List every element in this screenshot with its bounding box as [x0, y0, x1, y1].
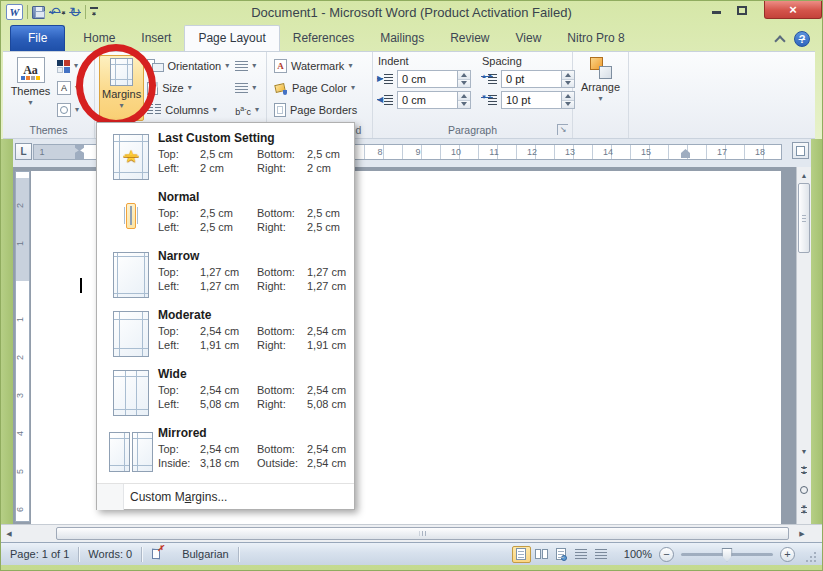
- maximize-button[interactable]: [729, 1, 755, 18]
- paragraph-dialog-launcher-icon[interactable]: ↘: [557, 124, 568, 135]
- zoom-level-indicator[interactable]: 100%: [620, 548, 656, 560]
- margins-dropdown-menu: ★ Last Custom Setting Top:2,5 cmBottom:2…: [96, 122, 355, 510]
- indent-right-icon: ◀: [377, 94, 393, 106]
- page-color-button[interactable]: Page Color ▾: [271, 77, 368, 99]
- scroll-right-button[interactable]: ▶: [795, 525, 809, 542]
- hyphenation-button[interactable]: ba-c ▾: [232, 99, 262, 121]
- zoom-out-button[interactable]: −: [659, 547, 674, 562]
- print-layout-view-button[interactable]: [512, 546, 531, 563]
- language-indicator[interactable]: Bulgarian: [173, 548, 237, 560]
- redo-button[interactable]: ↻: [69, 5, 81, 19]
- zoom-slider[interactable]: [681, 553, 773, 556]
- save-button[interactable]: [32, 6, 45, 19]
- draft-view-icon: [595, 549, 607, 559]
- tab-review[interactable]: Review: [437, 26, 502, 51]
- zoom-slider-thumb[interactable]: [722, 548, 733, 562]
- orientation-button[interactable]: Orientation ▾: [144, 55, 232, 77]
- wide-margins-icon: [113, 370, 149, 416]
- scroll-left-button[interactable]: ◀: [2, 525, 16, 542]
- web-layout-view-button[interactable]: [552, 546, 571, 563]
- spacing-before-field[interactable]: 0 pt: [501, 70, 575, 88]
- select-browse-object-button[interactable]: [797, 483, 811, 497]
- dropdown-arrow-icon: ▾: [28, 99, 32, 107]
- page-borders-icon: [274, 103, 286, 117]
- tab-references[interactable]: References: [280, 26, 367, 51]
- arrange-button[interactable]: Arrange ▾: [577, 55, 624, 121]
- size-button[interactable]: Size ▾: [144, 77, 232, 99]
- page-borders-button[interactable]: Page Borders: [271, 99, 368, 121]
- indent-label: Indent: [378, 55, 471, 67]
- hyphenation-icon: ba-c: [235, 104, 251, 117]
- menu-item-normal[interactable]: Normal Top:2,5 cmBottom:2,5 cm Left:2,5 …: [97, 185, 354, 244]
- line-numbers-icon: [235, 83, 248, 94]
- undo-button[interactable]: ↶▾: [49, 5, 65, 19]
- tab-file[interactable]: File: [10, 25, 65, 51]
- indent-right-field[interactable]: 0 cm: [397, 91, 471, 109]
- indent-right-spinner[interactable]: [457, 92, 470, 108]
- title-bar: W ↶▾ ↻ ▾ Document1 - Microsoft Word (Pro…: [1, 1, 822, 25]
- breaks-button[interactable]: ▾: [232, 55, 262, 77]
- themes-icon: Aa: [17, 57, 45, 83]
- tab-view[interactable]: View: [503, 26, 555, 51]
- spacing-before-icon: ▲▼: [481, 73, 497, 85]
- zoom-in-button[interactable]: +: [780, 547, 795, 562]
- scroll-up-button[interactable]: ▲: [797, 169, 811, 183]
- next-page-button[interactable]: ▼▼: [797, 503, 811, 517]
- tab-stop-selector[interactable]: L: [15, 143, 32, 160]
- minimize-icon: [712, 11, 721, 14]
- resize-grip[interactable]: [806, 552, 816, 562]
- vertical-scrollbar[interactable]: ▲ ▼ ▲▲ ▼▼: [796, 167, 811, 524]
- word-app-icon[interactable]: W: [6, 4, 23, 20]
- tab-nitro-pro[interactable]: Nitro Pro 8: [554, 26, 637, 51]
- view-ruler-toggle-button[interactable]: [792, 142, 809, 159]
- menu-item-wide[interactable]: Wide Top:2,54 cmBottom:2,54 cm Left:5,08…: [97, 362, 354, 421]
- help-button[interactable]: ?: [794, 31, 810, 47]
- custom-margins-item[interactable]: Custom Margins...: [97, 484, 354, 510]
- indent-left-spinner[interactable]: [457, 71, 470, 87]
- full-screen-reading-view-button[interactable]: [532, 546, 551, 563]
- vertical-scrollbar-thumb[interactable]: [798, 183, 810, 253]
- watermark-button[interactable]: A Watermark ▾: [271, 55, 368, 77]
- last-custom-setting-icon: ★: [113, 134, 149, 180]
- tab-mailings[interactable]: Mailings: [367, 26, 437, 51]
- status-bar: Page: 1 of 1 Words: 0 ✗ Bulgarian 100% −…: [1, 542, 822, 565]
- outline-view-button[interactable]: [572, 546, 591, 563]
- watermark-icon: A: [274, 59, 287, 73]
- undo-dropdown-arrow[interactable]: ▾: [62, 9, 66, 16]
- word-count-indicator[interactable]: Words: 0: [79, 548, 141, 560]
- customize-qat-icon: [90, 7, 98, 9]
- window-frame-left: [1, 139, 13, 524]
- horizontal-scrollbar-thumb[interactable]: [56, 527, 789, 540]
- scroll-down-button[interactable]: ▼: [797, 445, 811, 459]
- menu-item-moderate[interactable]: Moderate Top:2,54 cmBottom:2,54 cm Left:…: [97, 303, 354, 362]
- tab-insert[interactable]: Insert: [128, 26, 184, 51]
- tab-page-layout[interactable]: Page Layout: [184, 25, 279, 51]
- minimize-button[interactable]: [703, 1, 729, 18]
- close-button[interactable]: ×: [764, 1, 822, 19]
- page-count-indicator[interactable]: Page: 1 of 1: [1, 548, 78, 560]
- previous-page-button[interactable]: ▲▲: [797, 463, 811, 477]
- themes-button[interactable]: Aa Themes ▾: [7, 55, 54, 121]
- window-title: Document1 - Microsoft Word (Product Acti…: [251, 5, 572, 20]
- horizontal-scrollbar[interactable]: ◀ ▶: [1, 524, 822, 542]
- left-indent-marker[interactable]: [75, 155, 84, 159]
- star-icon: ★: [123, 147, 138, 164]
- arrange-group: Arrange ▾: [573, 52, 629, 138]
- spacing-after-field[interactable]: 10 pt: [501, 91, 575, 109]
- browse-object-icon: [800, 486, 808, 494]
- menu-item-narrow[interactable]: Narrow Top:1,27 cmBottom:1,27 cm Left:1,…: [97, 244, 354, 303]
- theme-effects-icon: [57, 103, 71, 117]
- minimize-ribbon-icon[interactable]: [774, 35, 785, 46]
- customize-qat-button[interactable]: ▾: [90, 7, 98, 17]
- menu-item-last-custom-setting[interactable]: ★ Last Custom Setting Top:2,5 cmBottom:2…: [97, 126, 354, 185]
- indent-left-field[interactable]: 0 cm: [397, 70, 471, 88]
- columns-button[interactable]: Columns ▾: [144, 99, 232, 121]
- draft-view-button[interactable]: [592, 546, 611, 563]
- proofing-status-icon[interactable]: ✗: [152, 548, 169, 560]
- narrow-margins-icon: [113, 252, 149, 298]
- line-numbers-button[interactable]: ▾: [232, 77, 262, 99]
- web-layout-icon: [556, 548, 566, 560]
- menu-item-mirrored[interactable]: Mirrored Top:2,54 cmBottom:2,54 cm Insid…: [97, 421, 354, 480]
- mirrored-margins-icon: [109, 432, 153, 472]
- theme-effects-button[interactable]: ▾: [54, 99, 82, 121]
